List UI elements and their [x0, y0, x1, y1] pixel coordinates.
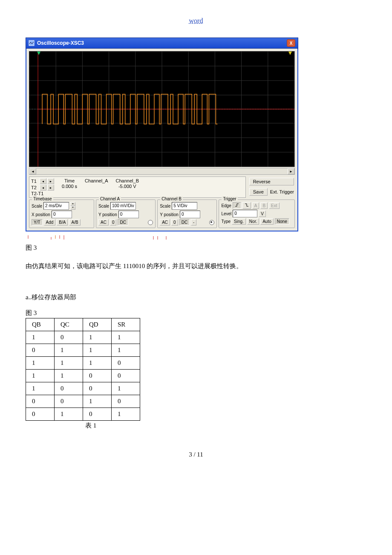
- add-button[interactable]: Add: [44, 219, 56, 225]
- time-label: Time: [64, 178, 75, 183]
- horizontal-scrollbar[interactable]: ◄ ►: [29, 168, 295, 175]
- chb-zero-button[interactable]: 0: [171, 219, 178, 225]
- table-cell: 0: [112, 357, 140, 370]
- body-paragraph: 由仿真结果可知，该电路可以产生 1110010 的序列，并且可以进展极性转换。: [26, 260, 366, 272]
- cha-enable-radio[interactable]: [148, 220, 153, 225]
- table-cell: 1: [26, 331, 55, 344]
- cha-ypos-input[interactable]: 0: [118, 211, 139, 218]
- table-cell: 1: [83, 344, 112, 357]
- reverse-button[interactable]: Reverse: [249, 178, 294, 185]
- table-cell: 1: [83, 331, 112, 344]
- chb-enable-radio[interactable]: [209, 220, 214, 225]
- t2-right-button[interactable]: ►: [47, 185, 54, 191]
- channel-b-legend: Channel B: [160, 197, 183, 201]
- ba-button[interactable]: B/A: [57, 219, 68, 225]
- rising-edge-icon: [235, 203, 239, 207]
- table-cell: 0: [26, 395, 55, 408]
- edge-a-button[interactable]: A: [252, 202, 259, 209]
- scroll-right-icon[interactable]: ►: [288, 168, 294, 174]
- table-cell: 1: [26, 357, 55, 370]
- edge-b-button[interactable]: B: [260, 202, 268, 209]
- table-cell: 0: [26, 408, 55, 421]
- tick-artifacts: [26, 235, 298, 240]
- timebase-scale-input[interactable]: 2 ms/Div: [43, 202, 69, 210]
- type-sing-button[interactable]: Sing.: [232, 218, 246, 225]
- type-auto-button[interactable]: Auto: [260, 218, 274, 225]
- cha-ac-button[interactable]: AC: [98, 219, 109, 225]
- cha-zero-button[interactable]: 0: [110, 219, 117, 225]
- table-cell: 1: [55, 344, 83, 357]
- chb-ac-button[interactable]: AC: [160, 219, 170, 225]
- cha-dc-button[interactable]: DC: [118, 219, 128, 225]
- chb-dc-button[interactable]: DC: [179, 219, 190, 225]
- timebase-scale-label: Scale: [32, 204, 42, 208]
- edge-fall-button[interactable]: [242, 202, 251, 209]
- table-cell: 1: [112, 382, 140, 395]
- t1-right-button[interactable]: ►: [47, 178, 54, 184]
- scroll-left-icon[interactable]: ◄: [29, 168, 36, 174]
- edge-rise-button[interactable]: [233, 202, 241, 209]
- table-header-row: QB QC QD SR: [26, 318, 140, 331]
- spin-up-button[interactable]: ▲: [70, 202, 75, 206]
- timebase-legend: Timebase: [32, 197, 53, 201]
- edge-label: Edge: [221, 203, 231, 208]
- t1-label: T1: [31, 179, 39, 184]
- timebase-group: Timebase Scale 2 ms/Div ▲▼ X position 0 …: [29, 199, 94, 228]
- t2t1-label: T2-T1: [31, 191, 44, 196]
- xpos-input[interactable]: 0: [52, 211, 72, 218]
- level-input[interactable]: 0: [233, 210, 257, 217]
- table-caption: 表 1: [85, 422, 366, 430]
- table-cell: 0: [83, 382, 112, 395]
- truth-table: QB QC QD SR 1011011111101100100100100101: [26, 318, 140, 421]
- table-cell: 1: [26, 370, 55, 382]
- table-row: 0111: [26, 344, 140, 357]
- table-cell: 1: [83, 395, 112, 408]
- type-none-button[interactable]: None: [275, 218, 289, 225]
- channel-a-label: Channel_A: [85, 178, 108, 183]
- svg-marker-19: [288, 52, 292, 55]
- type-nor-button[interactable]: Nor.: [247, 218, 259, 225]
- window-titlebar[interactable]: Oscilloscope-XSC3 X: [26, 38, 298, 49]
- time-value: 0.000 s: [62, 184, 77, 189]
- window-title: Oscilloscope-XSC3: [37, 40, 84, 46]
- header-link[interactable]: word: [26, 17, 366, 25]
- table-cell: 1: [112, 331, 140, 344]
- cha-ypos-label: Y position: [98, 212, 117, 217]
- cha-scale-input[interactable]: 100 mV/Div: [110, 202, 136, 210]
- figure-caption-mid: 图 3: [26, 309, 366, 317]
- spin-down-button[interactable]: ▼: [70, 206, 75, 210]
- scope-display[interactable]: [29, 51, 295, 167]
- chb-minus-button[interactable]: -: [191, 219, 196, 225]
- table-row: 1110: [26, 357, 140, 370]
- t2-left-button[interactable]: ◄: [40, 185, 46, 191]
- close-icon[interactable]: X: [287, 39, 295, 47]
- yt-button[interactable]: Y/T: [32, 219, 43, 225]
- trigger-legend: Trigger: [222, 197, 237, 201]
- chb-ypos-input[interactable]: 0: [180, 211, 200, 218]
- chb-ypos-label: Y position: [160, 212, 179, 217]
- table-cell: 0: [83, 370, 112, 382]
- table-header: QD: [83, 318, 112, 331]
- xpos-label: X position: [32, 212, 50, 217]
- table-cell: 0: [55, 395, 83, 408]
- edge-ext-button[interactable]: Ext: [269, 202, 279, 209]
- table-cell: 1: [55, 357, 83, 370]
- level-unit-button[interactable]: V: [259, 211, 266, 217]
- table-cell: 1: [83, 357, 112, 370]
- cursor-panel: T1 ◄ ► T2 ◄ ► T2-T1 Time 0.000 s Channel…: [29, 176, 295, 198]
- level-label: Level: [221, 211, 231, 216]
- t1-left-button[interactable]: ◄: [40, 178, 46, 184]
- table-row: 1011: [26, 331, 140, 344]
- falling-edge-icon: [245, 203, 249, 207]
- channel-a-group: Channel A Scale 100 mV/Div Y position 0 …: [96, 199, 156, 228]
- control-panel: Timebase Scale 2 ms/Div ▲▼ X position 0 …: [29, 199, 295, 228]
- ab-button[interactable]: A/B: [69, 219, 80, 225]
- t2-label: T2: [31, 185, 39, 190]
- table-cell: 1: [55, 370, 83, 382]
- chb-scale-input[interactable]: 5 V/Div: [172, 202, 197, 210]
- table-cell: 1: [112, 344, 140, 357]
- save-button[interactable]: Save: [249, 188, 268, 196]
- figure-caption-top: 图 3: [26, 244, 366, 252]
- table-header: SR: [112, 318, 140, 331]
- table-cell: 0: [83, 408, 112, 421]
